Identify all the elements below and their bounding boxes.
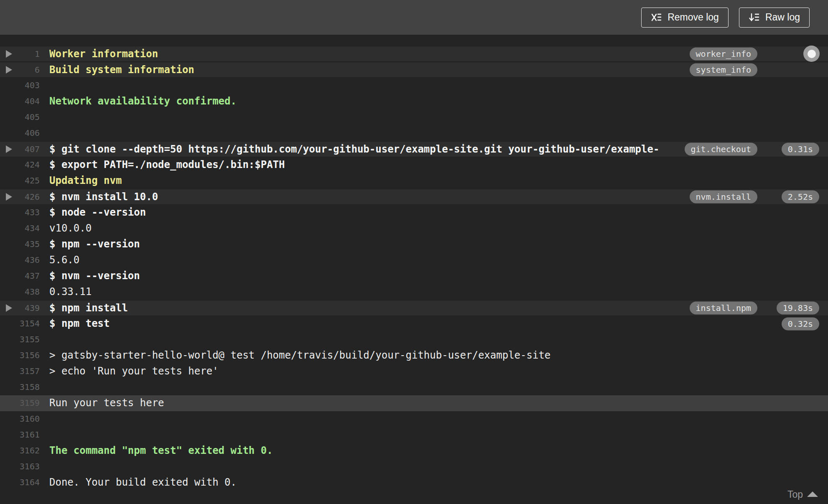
log-toolbar: Remove log Raw log xyxy=(0,0,828,35)
line-number[interactable]: 6 xyxy=(0,62,40,77)
line-text: 0.33.11 xyxy=(49,284,825,300)
log-line: 3159Run your tests here xyxy=(0,395,828,411)
line-text: Network availability confirmed. xyxy=(49,94,825,109)
line-text: $ export PATH=./node_modules/.bin:$PATH xyxy=(49,157,825,173)
remove-log-label: Remove log xyxy=(667,12,719,23)
line-number[interactable]: 426 xyxy=(0,189,40,204)
raw-log-button[interactable]: Raw log xyxy=(739,8,810,28)
log-line: 424$ export PATH=./node_modules/.bin:$PA… xyxy=(0,157,828,173)
log-line: 3160 xyxy=(0,411,828,427)
top-link[interactable]: Top xyxy=(787,489,818,500)
line-number[interactable]: 3156 xyxy=(0,348,40,364)
log-line: 435$ npm --version xyxy=(0,237,828,252)
line-number[interactable]: 3164 xyxy=(0,475,40,491)
line-number[interactable]: 3163 xyxy=(0,459,40,475)
build-log-screen: Remove log Raw log 1Worker informationwo… xyxy=(0,0,828,504)
line-number[interactable]: 407 xyxy=(0,142,40,157)
line-text: $ npm test xyxy=(49,316,825,332)
line-text: $ npm --version xyxy=(49,237,825,252)
log-line: 433$ node --version xyxy=(0,205,828,221)
duration-badge: 0.32s xyxy=(782,318,819,331)
line-number[interactable]: 439 xyxy=(0,300,40,316)
line-number[interactable]: 438 xyxy=(0,284,40,300)
fold-name-badge: system_info xyxy=(690,64,757,76)
line-text: > echo 'Run your tests here' xyxy=(49,364,825,379)
log-line: 3163 xyxy=(0,459,828,475)
line-number[interactable]: 3160 xyxy=(0,411,40,427)
raw-log-icon xyxy=(749,12,760,23)
line-text: > gatsby-starter-hello-world@ test /home… xyxy=(49,348,825,364)
line-text: 5.6.0 xyxy=(49,252,825,268)
log-line: 3156> gatsby-starter-hello-world@ test /… xyxy=(0,348,828,364)
scroll-indicator[interactable] xyxy=(803,46,820,62)
line-number[interactable]: 437 xyxy=(0,268,40,284)
log-line[interactable]: 407$ git clone --depth=50 https://github… xyxy=(0,141,828,157)
duration-badge: 0.31s xyxy=(782,143,819,156)
log-line: 405 xyxy=(0,109,828,125)
log-line: 425Updating nvm xyxy=(0,173,828,189)
line-number[interactable]: 406 xyxy=(0,125,40,141)
log-line: 3157> echo 'Run your tests here' xyxy=(0,364,828,379)
fold-name-badge: nvm.install xyxy=(690,191,757,204)
log-line[interactable]: 1Worker informationworker_info xyxy=(0,46,828,62)
log-viewer: 1Worker informationworker_info6Build sys… xyxy=(0,35,828,504)
line-text: Run your tests here xyxy=(49,395,825,411)
fold-name-badge: install.npm xyxy=(690,302,757,315)
line-number[interactable]: 433 xyxy=(0,205,40,221)
line-number[interactable]: 3157 xyxy=(0,364,40,379)
line-number[interactable]: 3161 xyxy=(0,427,40,443)
remove-log-icon xyxy=(651,12,662,23)
line-text xyxy=(49,427,825,443)
log-line: 3164Done. Your build exited with 0. xyxy=(0,475,828,491)
line-text xyxy=(49,78,825,94)
log-line: 434v10.0.0 xyxy=(0,221,828,237)
line-text: $ nvm --version xyxy=(49,268,825,284)
duration-badge: 2.52s xyxy=(782,191,819,204)
line-number[interactable]: 436 xyxy=(0,252,40,268)
line-number[interactable]: 424 xyxy=(0,157,40,173)
raw-log-label: Raw log xyxy=(765,12,800,23)
line-number[interactable]: 405 xyxy=(0,109,40,125)
line-text xyxy=(49,109,825,125)
line-number[interactable]: 3154 xyxy=(0,316,40,332)
line-number[interactable]: 3155 xyxy=(0,332,40,348)
line-number[interactable]: 3162 xyxy=(0,443,40,459)
log-line: 404Network availability confirmed. xyxy=(0,94,828,109)
log-line[interactable]: 426$ nvm install 10.0nvm.install2.52s xyxy=(0,189,828,205)
log-line: 3161 xyxy=(0,427,828,443)
top-arrow-icon xyxy=(807,491,818,497)
line-text xyxy=(49,459,825,475)
line-text xyxy=(49,125,825,141)
fold-name-badge: worker_info xyxy=(690,48,757,61)
line-number[interactable]: 404 xyxy=(0,94,40,109)
log-line: 3154$ npm test0.32s xyxy=(0,316,828,332)
log-line: 437$ nvm --version xyxy=(0,268,828,284)
log-line: 4380.33.11 xyxy=(0,284,828,300)
log-line[interactable]: 439$ npm installinstall.npm19.83s xyxy=(0,300,828,316)
log-line: 3162The command "npm test" exited with 0… xyxy=(0,443,828,459)
top-link-label: Top xyxy=(787,489,803,500)
line-text xyxy=(49,411,825,427)
remove-log-button[interactable]: Remove log xyxy=(641,8,729,28)
line-text: v10.0.0 xyxy=(49,221,825,237)
line-text xyxy=(49,332,825,348)
line-text: $ node --version xyxy=(49,205,825,221)
line-number[interactable]: 425 xyxy=(0,173,40,189)
line-text: Updating nvm xyxy=(49,173,825,189)
line-number[interactable]: 3158 xyxy=(0,379,40,395)
line-number[interactable]: 3159 xyxy=(0,395,40,411)
log-line: 3155 xyxy=(0,332,828,348)
line-number[interactable]: 1 xyxy=(0,46,40,61)
line-number[interactable]: 403 xyxy=(0,78,40,94)
log-line: 403 xyxy=(0,78,828,94)
log-line: 3158 xyxy=(0,379,828,395)
duration-badge: 19.83s xyxy=(777,302,819,315)
line-number[interactable]: 435 xyxy=(0,237,40,252)
log-line: 4365.6.0 xyxy=(0,252,828,268)
line-text xyxy=(49,379,825,395)
line-number[interactable]: 434 xyxy=(0,221,40,237)
log-line[interactable]: 6Build system informationsystem_info xyxy=(0,62,828,78)
log-line: 406 xyxy=(0,125,828,141)
fold-name-badge: git.checkout xyxy=(685,143,758,156)
line-text: The command "npm test" exited with 0. xyxy=(49,443,825,459)
